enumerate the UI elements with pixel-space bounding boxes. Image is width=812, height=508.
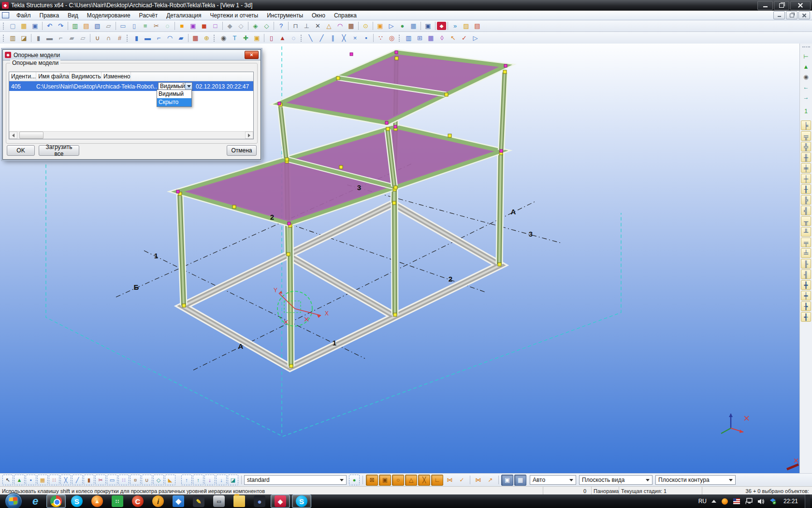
media-app-taskbar-icon[interactable]: ● [250,495,269,508]
snap-relative-icon[interactable]: ↗ [485,475,496,485]
create-point-icon[interactable]: ◈ [250,21,261,31]
snap-any-position-icon[interactable]: ⋈ [444,475,455,485]
connection-icon-9[interactable]: ╥ [801,216,811,226]
view-plane-combobox[interactable]: Плоскость вида [579,475,652,485]
select-points-icon[interactable]: ∷ [49,475,59,485]
cancel-button[interactable]: Отмена [227,145,257,156]
column-header[interactable]: Видимость [70,72,102,81]
start-button[interactable] [5,493,22,508]
connection-icon-10[interactable]: ╨ [801,227,811,237]
connection-icon-16[interactable]: ┿ [801,291,811,300]
snap-override-icon[interactable]: ⋈ [473,475,484,485]
scanner-app-taskbar-icon[interactable]: ▭ [210,495,228,508]
bolt-points-icon[interactable]: ∵ [375,33,386,43]
scroll-right-button[interactable] [245,132,253,139]
snap-confirm-icon[interactable]: ✓ [456,475,467,485]
mdi-close-button[interactable] [798,11,810,19]
connection-icon-14[interactable]: ╢ [801,269,811,279]
snap-reference-points-icon[interactable]: ⊠ [366,475,378,486]
forward-icon[interactable]: → [801,92,811,102]
language-indicator[interactable]: RU [698,498,707,505]
chrome-taskbar-icon[interactable] [46,494,66,508]
inquire-object-icon[interactable]: ▷ [386,21,397,31]
assembly-select-top-icon[interactable]: ↑ [193,475,203,485]
steel-beam-icon[interactable]: ▬ [44,33,55,43]
zoom-in-icon[interactable]: ◼ [199,21,210,31]
tekla-taskbar-icon[interactable]: ◆ [271,494,290,508]
macros-icon[interactable]: ▣ [422,21,434,31]
point-parallel-icon[interactable]: ∥ [327,33,338,43]
connection-icon-11[interactable]: ╤ [801,238,811,247]
connection-icon-13[interactable]: ╟ [801,259,811,269]
cut-icon[interactable]: ✂ [151,21,162,31]
select-planes-icon[interactable]: ◇ [153,475,164,485]
pad-footing-icon[interactable]: ∩ [103,33,114,43]
measure-arc-icon[interactable]: ◠ [334,21,346,31]
connection-icon-18[interactable]: ╉ [801,312,811,322]
select-area-icon[interactable]: ◌ [162,21,173,31]
connection-icon-5[interactable]: ┼ [801,174,811,183]
select-assemblies-icon[interactable]: ∷ [118,475,129,485]
profile-catalog-icon[interactable]: T [229,33,240,43]
mdi-restore-button[interactable] [786,11,798,19]
show-hidden-icons-button[interactable] [711,500,716,503]
ccleaner-taskbar-icon[interactable]: C [129,495,147,508]
selection-filter-combobox[interactable]: standard [244,475,347,485]
steel-polybeam-icon[interactable]: ⌐ [55,33,66,43]
close-button[interactable] [790,1,811,10]
select-cuts-icon[interactable]: ✂ [95,475,106,485]
steel-contour-plate-icon[interactable]: ▰ [66,33,77,43]
binoculars-icon[interactable]: ◉ [218,33,229,43]
steel-plate-icon[interactable]: ▱ [77,33,88,43]
flame-app-taskbar-icon[interactable]: ▲ [88,495,106,508]
select-all-icon[interactable]: ↖ [2,475,13,485]
connection-icon-8[interactable]: ╣ [801,206,811,215]
view-system-menu-icon[interactable] [2,12,9,18]
copy-special-icon[interactable]: ▤ [81,21,92,31]
point-on-line-icon[interactable]: ╲ [305,33,316,43]
connection-icon-7[interactable]: ╠ [801,195,811,205]
session-history-icon[interactable]: ● [397,21,408,31]
menu-item[interactable]: Расчёт [135,11,162,20]
binoculars-icon[interactable]: ◉ [801,72,811,81]
explorer-folder-taskbar-icon[interactable] [230,495,248,508]
view-properties-icon[interactable]: ▯ [129,21,140,31]
contour-planes-combobox[interactable]: Плоскости контура [655,475,736,485]
component-catalog-icon[interactable]: ✚ [240,33,251,43]
project-status-icon[interactable]: ▦ [408,21,419,31]
pick-pointer-icon[interactable]: ▷ [470,33,481,43]
select-reinforcement-icon[interactable]: ∪ [142,475,152,485]
column-header[interactable]: Изменено [102,72,131,81]
point-intersection-icon[interactable]: ╳ [338,33,349,43]
visibility-dropdown-button[interactable] [185,83,192,90]
connection-icon-17[interactable]: ╊ [801,301,811,311]
menu-item[interactable]: Правка [35,11,64,20]
select-components-icon[interactable]: ▲ [14,475,25,485]
copy-to-view-icon[interactable]: ▥ [403,33,414,43]
point-projection-icon[interactable]: ▪ [361,33,372,43]
menu-item[interactable]: Чертежи и отчеты [206,11,263,20]
create-grid-icon[interactable]: ⊓ [290,21,301,31]
concrete-beam-icon[interactable]: ▬ [142,33,153,43]
import-model-icon[interactable]: ▨ [461,21,472,31]
visibility-option[interactable]: Видимый [157,90,191,98]
menu-item[interactable]: Инструменты [262,11,307,20]
curved-beam-icon[interactable]: ◠ [164,33,175,43]
select-bolts-icon[interactable]: ¤ [130,475,141,485]
phase-one-icon[interactable]: 1 [801,106,811,116]
depth-snap-icon[interactable]: ▦ [514,475,526,486]
check-points-icon[interactable]: ✓ [459,33,470,43]
new-view-icon[interactable]: ▭ [117,21,129,31]
report-list-icon[interactable]: ≡ [140,21,151,31]
grid-line-icon[interactable]: ⊥ [301,21,312,31]
menu-item[interactable]: Вид [63,11,83,20]
menu-item[interactable]: Детализация [162,11,205,20]
work-plane-icon[interactable]: ◊ [436,33,448,43]
snap-intersection-icon[interactable]: ╳ [418,475,430,486]
snap-nearest-point-icon[interactable]: ○ [392,475,404,486]
connection-icon-12[interactable]: ╧ [801,248,811,258]
new-model-icon[interactable]: ▢ [7,21,18,31]
assembly-select-bottom-icon[interactable]: ↓ [216,475,227,485]
assembly-select-up-icon[interactable]: ↑ [181,475,192,485]
visibility-option[interactable]: Скрыто [157,98,191,106]
